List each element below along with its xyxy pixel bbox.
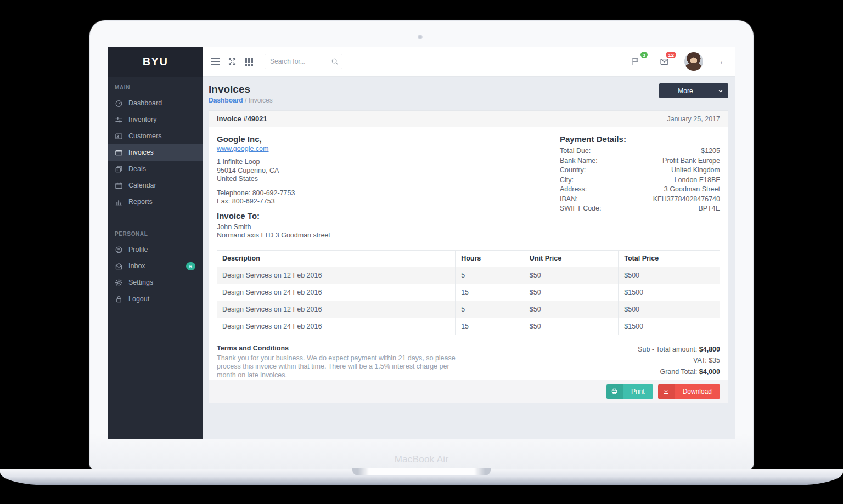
vat-line: VAT: $35 (638, 355, 720, 366)
company-website-link[interactable]: www.google.com (217, 144, 269, 154)
more-dropdown-toggle[interactable] (712, 83, 728, 98)
sidebar-item-label: Logout (128, 295, 149, 303)
invoices-icon (115, 149, 123, 157)
cell-total-price: $500 (619, 301, 720, 318)
flag-icon (631, 57, 640, 66)
cell-description: Design Services on 24 Feb 2016 (217, 284, 456, 301)
printer-icon (606, 384, 623, 399)
payment-detail-row: Country:United Kingdom (560, 166, 720, 175)
grand-total-line: Grand Total: $4,000 (638, 366, 720, 378)
sidebar-item-label: Dashboard (128, 99, 162, 107)
more-button-label: More (659, 83, 712, 98)
expand-icon (228, 57, 237, 66)
sidebar-item-reports[interactable]: Reports (108, 194, 203, 210)
grand-total-label: Grand Total: (660, 368, 697, 376)
messages-button[interactable]: 12 (656, 53, 672, 70)
table-row: Design Services on 12 Feb 2016 5 $50 $50… (217, 301, 720, 318)
sidebar-item-inbox[interactable]: Inbox 6 (108, 258, 203, 274)
column-header-unit-price: Unit Price (524, 250, 618, 267)
table-row: Design Services on 12 Feb 2016 5 $50 $50… (217, 267, 720, 284)
brand-logo: BYU (108, 47, 203, 77)
payment-label: Country: (560, 166, 586, 175)
invoice-date: January 25, 2017 (667, 115, 720, 123)
payment-detail-row: SWIFT Code:BPT4E (560, 204, 720, 214)
sidebar-item-label: Inbox (128, 262, 145, 270)
search-icon (331, 58, 339, 65)
column-header-description: Description (217, 250, 456, 267)
cell-unit-price: $50 (524, 301, 618, 318)
company-address-line: 1 Infinite Loop (217, 158, 330, 167)
breadcrumb-dashboard-link[interactable]: Dashboard (209, 97, 243, 104)
cell-hours: 5 (456, 267, 524, 284)
company-address-line: 95014 Cuperino, CA (217, 167, 330, 175)
notifications-badge: 3 (639, 50, 649, 59)
payment-value: 3 Goodman Street (664, 185, 720, 195)
logout-lock-icon (115, 295, 123, 303)
payment-detail-row: Bank Name:Profit Bank Europe (560, 156, 720, 166)
topbar: 3 12 ← (203, 47, 735, 77)
sidebar-item-inventory[interactable]: Inventory (108, 111, 203, 128)
totals-block: Sub - Total amount: $4,800 VAT: $35 Gran… (638, 344, 720, 380)
cell-total-price: $1500 (619, 318, 720, 335)
sidebar-item-dashboard[interactable]: Dashboard (108, 95, 203, 111)
sidebar-item-label: Invoices (128, 149, 154, 156)
sidebar-item-invoices[interactable]: Invoices (108, 144, 203, 161)
payment-details-block: Payment Details: Total Due:$1205 Bank Na… (560, 134, 720, 240)
download-button[interactable]: Download (658, 384, 720, 399)
print-button[interactable]: Print (606, 384, 653, 399)
subtotal-label: Sub - Total amount: (638, 346, 697, 353)
sidebar-item-customers[interactable]: Customers (108, 128, 203, 144)
sidebar-section-personal: PERSONAL (108, 223, 203, 241)
hamburger-icon (211, 58, 220, 65)
sidebar-item-calendar[interactable]: Calendar (108, 177, 203, 194)
column-header-total-price: Total Price (619, 250, 720, 267)
calendar-icon (115, 182, 123, 190)
print-button-label: Print (623, 384, 653, 399)
company-block: Google Inc, www.google.com 1 Infinite Lo… (217, 134, 330, 240)
cell-description: Design Services on 12 Feb 2016 (217, 301, 456, 318)
app-window: BYU MAIN Dashboard Inventory Customers I… (108, 47, 735, 439)
user-avatar[interactable] (684, 52, 703, 71)
payment-value: United Kingdom (671, 166, 720, 175)
payment-label: Address: (560, 185, 587, 195)
invoice-card-footer: Print Download (209, 380, 728, 403)
download-icon (658, 384, 675, 399)
download-button-label: Download (675, 384, 720, 399)
sidebar-item-deals[interactable]: Deals (108, 161, 203, 177)
vat-label: VAT: (693, 356, 707, 364)
sidebar-item-label: Calendar (128, 182, 156, 189)
payment-label: IBAN: (560, 195, 578, 205)
breadcrumb: Dashboard / Invoices (209, 97, 273, 104)
messages-badge: 12 (665, 50, 677, 59)
main-area: 3 12 ← Invoices Dashboard / Invoices (203, 47, 735, 439)
fullscreen-button[interactable] (224, 53, 240, 70)
subtotal-line: Sub - Total amount: $4,800 (638, 344, 720, 355)
menu-toggle-button[interactable] (207, 53, 224, 70)
cell-description: Design Services on 12 Feb 2016 (217, 267, 456, 284)
line-items-table: Description Hours Unit Price Total Price… (217, 250, 720, 335)
payment-value: KFH37784028476740 (653, 195, 720, 205)
cell-description: Design Services on 24 Feb 2016 (217, 318, 456, 335)
invoice-card-header: Invoice #49021 January 25, 2017 (209, 111, 728, 127)
table-row: Design Services on 24 Feb 2016 15 $50 $1… (217, 284, 720, 301)
payment-label: Bank Name: (560, 156, 598, 166)
subtotal-value: $4,800 (699, 346, 720, 353)
notifications-button[interactable]: 3 (627, 53, 644, 70)
topbar-right-cluster: 3 12 ← (627, 47, 735, 76)
customers-icon (115, 132, 123, 140)
company-name: Google Inc, (217, 134, 330, 144)
sidebar-item-logout[interactable]: Logout (108, 291, 203, 307)
invoice-to-address: Normand axis LTD 3 Goodman street (217, 231, 330, 240)
payment-value: $1205 (701, 146, 720, 156)
deals-icon (115, 165, 123, 173)
payment-detail-row: IBAN:KFH37784028476740 (560, 195, 720, 205)
page-title: Invoices (209, 83, 273, 95)
sidebar-item-profile[interactable]: Profile (108, 241, 203, 258)
payment-detail-row: City:London E18BF (560, 175, 720, 185)
cell-unit-price: $50 (524, 267, 618, 284)
sidebar-item-settings[interactable]: Settings (108, 274, 203, 291)
collapse-arrow-icon[interactable]: ← (711, 56, 735, 67)
more-button[interactable]: More (659, 83, 728, 98)
apps-grid-button[interactable] (240, 53, 257, 70)
webcam-dot (418, 35, 423, 39)
